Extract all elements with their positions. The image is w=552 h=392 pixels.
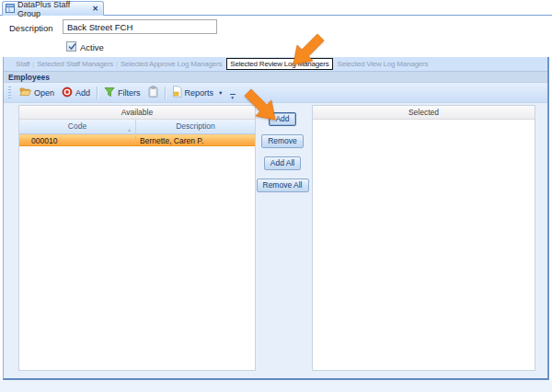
tab-selected-staff-managers[interactable]: Selected Staff Managers [34,60,116,68]
close-icon[interactable]: ✕ [92,6,98,13]
window-bottom-edge [0,380,552,392]
transfer-remove-button[interactable]: Remove [261,134,304,148]
transfer-remove-all-button[interactable]: Remove All [257,179,309,192]
active-checkbox-label: Active [80,42,104,52]
toolbar-separator [165,86,166,99]
filters-button-label: Filters [118,88,141,98]
open-button[interactable]: Open [16,85,58,100]
reports-document-icon [172,86,182,99]
employees-content: Available Code ▲ Description 000010 Bern… [4,103,547,378]
active-checkbox[interactable] [66,41,76,52]
description-label: Description [9,23,53,33]
tab-selected-view-log-managers[interactable]: Selected View Log Managers [335,60,431,68]
reports-dropdown-icon[interactable]: ▼ [218,90,223,96]
reports-button-label: Reports [185,88,214,98]
clipboard-button[interactable] [144,84,162,101]
page-tab-strip: Staff | Selected Staff Managers | Select… [4,57,547,71]
selected-panel-title: Selected [313,106,535,120]
document-tab-bar: DataPlus Staff Group ✕ [0,0,552,16]
open-button-label: Open [34,88,54,98]
description-input[interactable] [63,19,217,34]
available-grid-header: Code ▲ Description [19,120,255,134]
reports-button[interactable]: Reports ▼ [168,84,227,101]
tab-staff[interactable]: Staff [13,60,32,68]
column-header-code[interactable]: Code ▲ [19,120,136,133]
column-header-description[interactable]: Description [136,120,255,133]
annotation-arrow-tab [285,30,328,73]
cell-code: 000010 [19,136,136,145]
add-record-button-label: Add [75,88,90,98]
clipboard-icon [148,86,158,99]
available-grid-row-selected[interactable]: 000010 Bernette, Caren P. [19,134,255,146]
document-tab-title: DataPlus Staff Group [17,0,89,18]
chevron-down-icon: ▾ [231,96,234,99]
filters-button[interactable]: Filters [100,85,144,101]
tab-selected-approve-log-managers[interactable]: Selected Approve Log Managers [118,60,224,68]
toolbar-drag-grip[interactable] [8,86,11,99]
sort-ascending-icon: ▲ [127,123,132,137]
transfer-add-all-button[interactable]: Add All [264,156,301,170]
check-icon [67,41,77,52]
document-tab[interactable]: DataPlus Staff Group ✕ [2,1,104,16]
open-folder-icon [19,86,31,98]
filter-funnel-icon [104,86,115,99]
staff-group-icon [6,4,15,15]
toolbar-overflow-button[interactable]: ▾ [230,94,236,99]
add-record-button[interactable]: Add [58,85,94,101]
available-panel-title: Available [19,106,255,120]
annotation-arrow-add-button [241,86,283,128]
employees-group-caption: Employees [8,73,50,82]
employees-group-bar: Employees [4,71,547,83]
add-record-icon [62,86,73,99]
cell-description: Bernette, Caren P. [136,136,255,145]
toolbar-separator [97,86,98,99]
available-panel: Available Code ▲ Description 000010 Bern… [18,105,256,371]
selected-panel: Selected [312,105,535,371]
